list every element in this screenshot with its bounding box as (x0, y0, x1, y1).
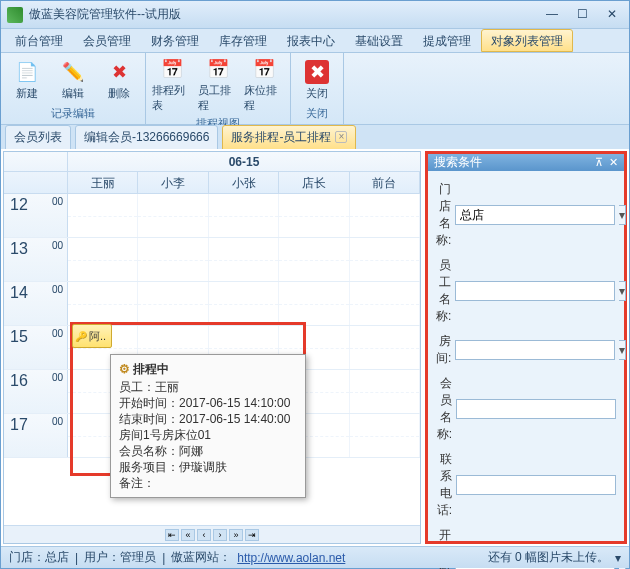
dropdown-icon[interactable]: ▾ (619, 281, 626, 301)
tab-2[interactable]: 服务排程-员工排程× (222, 125, 356, 150)
tab-0[interactable]: 会员列表 (5, 125, 71, 150)
schedule-grid[interactable]: 120013001400150016001700 🔑 阿.. 排程中 员工：王丽… (4, 194, 420, 525)
tooltip-title: 排程中 (119, 361, 297, 377)
new-button-icon: 📄 (15, 60, 39, 84)
column-header[interactable]: 前台 (350, 172, 420, 193)
staff-schedule-button[interactable]: 📅员工排程 (196, 55, 240, 115)
time-label: 1200 (4, 194, 68, 237)
tooltip-line: 服务项目：伊璇调肤 (119, 459, 297, 475)
dropdown-icon[interactable]: ▾ (619, 340, 626, 360)
titlebar: 傲蓝美容院管理软件--试用版 — ☐ ✕ (1, 1, 629, 29)
column-header[interactable]: 店长 (279, 172, 349, 193)
close-button-icon: ✖ (305, 60, 329, 84)
tab-1[interactable]: 编辑会员-13266669666 (75, 125, 218, 150)
close-window-button[interactable]: ✕ (601, 7, 623, 23)
menu-7[interactable]: 对象列表管理 (481, 29, 573, 52)
chevron-down-icon[interactable]: ▾ (615, 551, 621, 565)
scheduler-scrollbar[interactable]: ⇤«‹›»⇥ (4, 525, 420, 543)
panel-close-icon[interactable]: ✕ (609, 156, 618, 169)
bed-schedule-button[interactable]: 📅床位排程 (242, 55, 286, 115)
tooltip-line: 开始时间：2017-06-15 14:10:00 (119, 395, 297, 411)
store-field[interactable] (455, 205, 615, 225)
menu-2[interactable]: 财务管理 (141, 29, 209, 52)
time-label: 1500 (4, 326, 68, 369)
menu-6[interactable]: 提成管理 (413, 29, 481, 52)
menu-5[interactable]: 基础设置 (345, 29, 413, 52)
minimize-button[interactable]: — (541, 7, 563, 23)
close-button[interactable]: ✖关闭 (295, 55, 339, 105)
appointment-block[interactable]: 🔑 阿.. (72, 324, 112, 348)
time-slot[interactable] (209, 282, 279, 325)
time-slot[interactable] (350, 370, 420, 413)
tooltip-line: 员工：王丽 (119, 379, 297, 395)
scheduler: 06-15 王丽小李小张店长前台 12001300140015001600170… (3, 151, 421, 544)
column-header[interactable]: 小张 (209, 172, 279, 193)
menu-3[interactable]: 库存管理 (209, 29, 277, 52)
time-slot[interactable] (68, 238, 138, 281)
time-slot[interactable] (138, 238, 208, 281)
window-title: 傲蓝美容院管理软件--试用版 (29, 6, 541, 23)
time-label: 1700 (4, 414, 68, 457)
ribbon: 📄新建✏️编辑✖删除记录编辑📅排程列表📅员工排程📅床位排程排程视图✖关闭关闭 (1, 53, 629, 125)
time-slot[interactable] (350, 282, 420, 325)
new-button[interactable]: 📄新建 (5, 55, 49, 105)
search-panel-title: 搜索条件 (434, 154, 589, 171)
search-panel: 搜索条件 ⊼ ✕ 门店名称:▾员工名称:▾房间:▾会员名称:联系电话:开始时间:… (425, 151, 627, 544)
time-slot[interactable] (350, 194, 420, 237)
status-user: 用户：管理员 (84, 549, 156, 566)
time-slot[interactable] (138, 194, 208, 237)
time-label: 1600 (4, 370, 68, 413)
column-header[interactable]: 王丽 (68, 172, 138, 193)
member-field[interactable] (456, 399, 616, 419)
schedule-list-button[interactable]: 📅排程列表 (150, 55, 194, 115)
time-slot[interactable] (209, 194, 279, 237)
time-slot[interactable] (279, 194, 349, 237)
time-slot[interactable] (209, 238, 279, 281)
status-store: 门店：总店 (9, 549, 69, 566)
time-slot[interactable] (350, 414, 420, 457)
bed-schedule-button-icon: 📅 (252, 57, 276, 81)
pin-icon[interactable]: ⊼ (595, 156, 603, 169)
tooltip-line: 备注： (119, 475, 297, 491)
delete-button-icon: ✖ (107, 60, 131, 84)
time-slot[interactable] (138, 282, 208, 325)
tooltip-line: 房间1号房床位01 (119, 427, 297, 443)
staff-schedule-button-icon: 📅 (206, 57, 230, 81)
edit-button-icon: ✏️ (61, 60, 85, 84)
time-label: 1400 (4, 282, 68, 325)
statusbar: 门店：总店 | 用户：管理员 | 傲蓝网站： http://www.aolan.… (1, 546, 629, 568)
appointment-text: 阿.. (89, 329, 106, 344)
website-link[interactable]: http://www.aolan.net (237, 551, 345, 565)
time-slot[interactable] (279, 282, 349, 325)
time-slot[interactable] (350, 238, 420, 281)
delete-button[interactable]: ✖删除 (97, 55, 141, 105)
column-header[interactable]: 小李 (138, 172, 208, 193)
app-logo-icon (7, 7, 23, 23)
menubar: 前台管理会员管理财务管理库存管理报表中心基础设置提成管理对象列表管理 (1, 29, 629, 53)
tooltip-line: 结束时间：2017-06-15 14:40:00 (119, 411, 297, 427)
maximize-button[interactable]: ☐ (571, 7, 593, 23)
key-icon: 🔑 (75, 331, 87, 342)
appointment-tooltip: 排程中 员工：王丽开始时间：2017-06-15 14:10:00结束时间：20… (110, 354, 306, 498)
dropdown-icon[interactable]: ▾ (619, 205, 626, 225)
edit-button[interactable]: ✏️编辑 (51, 55, 95, 105)
phone-field[interactable] (456, 475, 616, 495)
menu-1[interactable]: 会员管理 (73, 29, 141, 52)
schedule-date: 06-15 (68, 152, 420, 171)
menu-4[interactable]: 报表中心 (277, 29, 345, 52)
time-slot[interactable] (350, 326, 420, 369)
schedule-list-button-icon: 📅 (160, 57, 184, 81)
tooltip-line: 会员名称：阿娜 (119, 443, 297, 459)
tab-close-icon[interactable]: × (335, 131, 347, 143)
time-label: 1300 (4, 238, 68, 281)
menu-0[interactable]: 前台管理 (5, 29, 73, 52)
time-slot[interactable] (68, 282, 138, 325)
staff-field[interactable] (455, 281, 615, 301)
time-slot[interactable] (279, 238, 349, 281)
time-slot[interactable] (68, 194, 138, 237)
status-right: 还有 0 幅图片未上传。 (488, 549, 609, 566)
document-tabs: 会员列表编辑会员-13266669666服务排程-员工排程× (1, 125, 629, 149)
room-field[interactable] (455, 340, 615, 360)
